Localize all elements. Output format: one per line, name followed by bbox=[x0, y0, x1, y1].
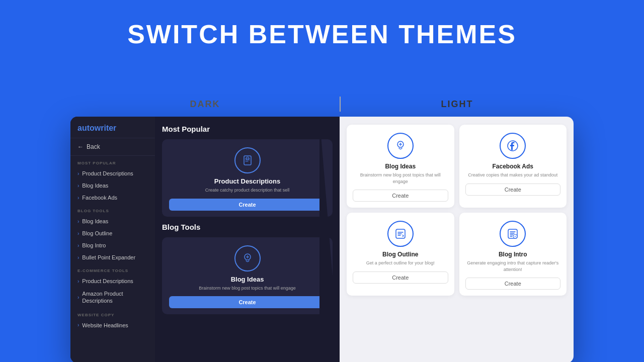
sidebar-item-blog-ideas-popular[interactable]: › Blog Ideas bbox=[70, 179, 155, 192]
light-blog-outline-title: Blog Outline bbox=[382, 251, 418, 258]
sidebar-item-label: Product Descriptions bbox=[82, 170, 133, 176]
page-title: SWITCH BETWEEN THEMES bbox=[0, 19, 644, 49]
light-blog-outline-create-button[interactable]: Create bbox=[353, 272, 448, 284]
svg-rect-0 bbox=[244, 156, 251, 165]
light-card-facebook-ads: Facebook Ads Creative copies that makes … bbox=[459, 125, 567, 208]
dark-card-product-title: Product Descriptions bbox=[214, 177, 280, 185]
light-facebook-ads-title: Facebook Ads bbox=[492, 163, 533, 170]
sidebar-section-most-popular: MOST POPULAR bbox=[70, 156, 155, 167]
sidebar-item-label: Blog Ideas bbox=[82, 218, 108, 224]
sidebar-section-ecommerce: E-COMMERCE TOOLS bbox=[70, 263, 155, 275]
dark-theme-label-container: DARK bbox=[70, 99, 340, 110]
sidebar-item-label: Blog Intro bbox=[82, 242, 106, 248]
light-blog-ideas-icon bbox=[387, 133, 414, 159]
light-theme-label-container: LIGHT bbox=[341, 99, 574, 110]
sidebar-item-blog-outline[interactable]: › Blog Outline bbox=[70, 227, 155, 239]
light-card-blog-ideas: Blog Ideas Brainstorm new blog post topi… bbox=[347, 125, 454, 208]
sidebar-item-product-descriptions-popular[interactable]: › Product Descriptions bbox=[70, 167, 155, 179]
brand-logo: autowriter bbox=[70, 117, 155, 138]
sidebar-item-blog-intro[interactable]: › Blog Intro bbox=[70, 239, 155, 251]
sidebar-item-label: Blog Ideas bbox=[82, 183, 108, 189]
sidebar-item-bullet-point[interactable]: › Bullet Point Expander bbox=[70, 251, 155, 263]
sidebar-item-label: Product Descriptions bbox=[82, 278, 133, 284]
chevron-icon: › bbox=[77, 295, 79, 300]
dark-card-product-desc: Create catchy product description that s… bbox=[205, 187, 290, 194]
section-title-blog-tools: Blog Tools bbox=[162, 223, 333, 231]
dark-card-blog-create-button[interactable]: Create bbox=[169, 296, 326, 308]
chevron-icon: › bbox=[77, 195, 79, 201]
sidebar-item-amazon-product[interactable]: › Amazon ProductDescriptions bbox=[70, 287, 155, 308]
sidebar-section-website-copy: WEBSITE COPY bbox=[70, 308, 155, 319]
sidebar-item-label: Facebook Ads bbox=[82, 195, 117, 201]
light-blog-intro-desc: Generate engaging intro that capture rea… bbox=[465, 260, 561, 273]
chevron-icon: › bbox=[77, 255, 79, 260]
light-blog-ideas-title: Blog Ideas bbox=[385, 163, 416, 170]
sidebar-item-label: Bullet Point Expander bbox=[82, 254, 135, 260]
light-blog-outline-desc: Get a perfect outline for your blog! bbox=[366, 260, 435, 266]
light-facebook-ads-icon bbox=[500, 133, 526, 159]
dark-side: autowriter ← Back MOST POPULAR › Product… bbox=[70, 117, 340, 362]
light-blog-intro-title: Blog Intro bbox=[499, 251, 527, 258]
chevron-icon: › bbox=[77, 279, 79, 284]
main-dark-content: Most Popular Product Descriptions Create… bbox=[155, 117, 340, 362]
sidebar-item-label: Website Headlines bbox=[82, 322, 128, 328]
light-card-blog-intro: Blog Intro Generate engaging intro that … bbox=[459, 213, 567, 296]
light-blog-intro-icon bbox=[500, 221, 526, 247]
theme-bar: DARK LIGHT bbox=[70, 97, 574, 112]
chevron-icon: › bbox=[77, 243, 79, 248]
sidebar-item-label: Amazon ProductDescriptions bbox=[82, 290, 123, 305]
dark-card-blog-desc: Brainstorm new blog post topics that wil… bbox=[199, 285, 296, 292]
light-cards-grid: Blog Ideas Brainstorm new blog post topi… bbox=[347, 125, 567, 296]
sidebar-section-blog-tools: BLOG TOOLS bbox=[70, 204, 155, 215]
sidebar-item-blog-ideas[interactable]: › Blog Ideas bbox=[70, 215, 155, 227]
sidebar-item-label: Blog Outline bbox=[82, 230, 112, 236]
chevron-icon: › bbox=[77, 171, 79, 176]
chevron-icon: › bbox=[77, 219, 79, 224]
dark-card-product-descriptions: Product Descriptions Create catchy produ… bbox=[162, 139, 333, 217]
chevron-icon: › bbox=[77, 322, 79, 328]
sidebar-item-product-descriptions-ecommerce[interactable]: › Product Descriptions bbox=[70, 275, 155, 287]
sidebar-item-website-headlines[interactable]: › Website Headlines bbox=[70, 319, 155, 331]
sidebar-dark: autowriter ← Back MOST POPULAR › Product… bbox=[70, 117, 155, 362]
light-blog-intro-create-button[interactable]: Create bbox=[465, 278, 561, 290]
light-blog-ideas-create-button[interactable]: Create bbox=[353, 190, 448, 202]
chevron-icon: › bbox=[77, 183, 79, 189]
back-button[interactable]: ← Back bbox=[70, 138, 155, 156]
sidebar-item-facebook-ads-popular[interactable]: › Facebook Ads bbox=[70, 192, 155, 204]
dark-card-blog-ideas: Blog Ideas Brainstorm new blog post topi… bbox=[162, 237, 333, 315]
light-facebook-ads-create-button[interactable]: Create bbox=[465, 184, 561, 196]
light-card-blog-outline: Blog Outline Get a perfect outline for y… bbox=[347, 213, 454, 296]
light-blog-outline-icon bbox=[387, 221, 414, 247]
back-arrow-icon: ← bbox=[77, 143, 84, 150]
light-side: Blog Ideas Brainstorm new blog post topi… bbox=[340, 117, 574, 362]
dark-card-blog-title: Blog Ideas bbox=[231, 276, 264, 283]
mockup-container: autowriter ← Back MOST POPULAR › Product… bbox=[70, 117, 574, 362]
dark-card-product-create-button[interactable]: Create bbox=[169, 199, 326, 211]
light-theme-label: LIGHT bbox=[441, 99, 473, 110]
dark-theme-label: DARK bbox=[190, 99, 220, 110]
back-label: Back bbox=[87, 143, 100, 150]
chevron-icon: › bbox=[77, 231, 79, 236]
light-blog-ideas-desc: Brainstorm new blog post topics that wil… bbox=[353, 172, 448, 185]
section-title-most-popular: Most Popular bbox=[162, 125, 333, 133]
product-description-icon bbox=[234, 147, 261, 173]
blog-ideas-icon bbox=[234, 245, 261, 272]
light-facebook-ads-desc: Creative copies that makes your ad stand… bbox=[468, 172, 557, 178]
page-header: SWITCH BETWEEN THEMES bbox=[0, 0, 644, 64]
